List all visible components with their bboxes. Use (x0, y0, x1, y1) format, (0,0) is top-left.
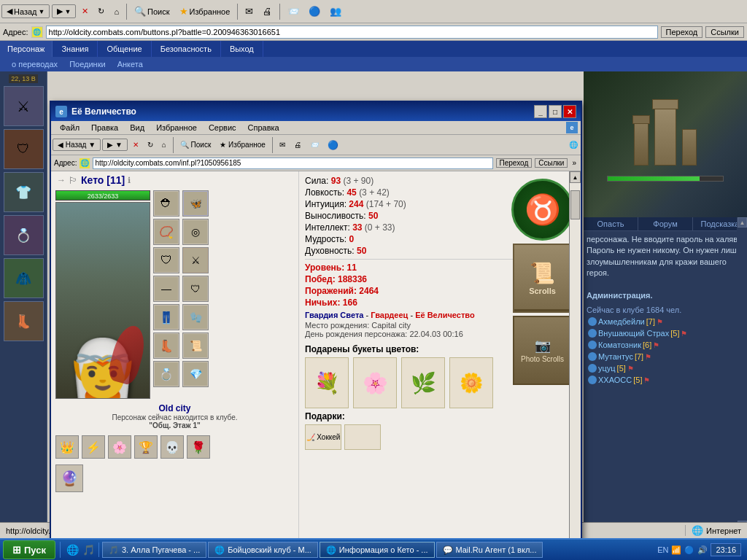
equip-necklace[interactable]: 📿 (153, 219, 179, 245)
inventory-ornament[interactable]: 🔮 (55, 464, 83, 492)
player-item-5[interactable]: уцуц [5] ⚑ (584, 362, 747, 374)
inner-address-input[interactable] (93, 158, 492, 169)
menu-view[interactable]: Вид (124, 122, 150, 133)
inner-stop-button[interactable]: ✕ (129, 139, 142, 151)
scrolls-badge[interactable]: 📜 Scrolls (513, 244, 573, 313)
taskbar-item-2[interactable]: 🌐 Бойцовский клуб - М... (208, 542, 318, 558)
player-item-4[interactable]: Мутантус [7] ⚑ (584, 351, 747, 362)
right-scroll-up[interactable]: ▲ (738, 217, 747, 228)
inner-extras-button[interactable]: 📨 (306, 139, 322, 151)
inner-refresh-button[interactable]: ↻ (144, 139, 157, 151)
inner-back-button[interactable]: ◀ Назад ▼ (53, 139, 101, 151)
taskbar-item-3[interactable]: 🌐 Информация о Кето - ... (320, 542, 435, 558)
right-nav-forum[interactable]: Форум (638, 217, 693, 230)
inner-fav-button[interactable]: ★ Избранное (216, 139, 268, 151)
inner-home-button[interactable]: ⌂ (158, 139, 170, 151)
equip-head[interactable]: ⛑ (153, 190, 179, 217)
ach-6[interactable]: 🌹 (187, 435, 210, 459)
inner-bluetooth-button[interactable]: 🔵 (324, 138, 342, 152)
sidebar-item-5[interactable]: 🧥 (4, 258, 44, 298)
equip-boots[interactable]: 👢 (153, 332, 179, 359)
sidebar-item-4[interactable]: 💍 (4, 215, 44, 255)
flower-yellow[interactable]: 🌼 (449, 357, 493, 408)
inner-go-button[interactable]: Переход (496, 158, 533, 168)
portrait-image[interactable]: 🧝 (55, 202, 150, 399)
menu-edit[interactable]: Правка (85, 122, 124, 133)
messenger-button[interactable]: 📨 (284, 4, 303, 19)
sub-tab-anketa[interactable]: Анкета (112, 60, 149, 69)
menu-file[interactable]: Файл (54, 122, 85, 133)
links-button[interactable]: Ссылки (705, 26, 744, 38)
inner-forward-button[interactable]: ▶ ▼ (102, 139, 128, 151)
bull-emblem[interactable]: ♉ (511, 179, 573, 241)
forward-button[interactable]: ▶ ▼ (52, 4, 76, 18)
photo-scrolls-badge[interactable]: 📷 Photo Scrolls (513, 316, 573, 385)
bluetooth-button[interactable]: 🔵 (305, 4, 324, 19)
player-item-1[interactable]: Ахмедбейли [7] ⚑ (584, 316, 747, 327)
flower-blue[interactable]: 🌸 (353, 357, 397, 408)
address-input[interactable] (46, 26, 658, 39)
ql-ie[interactable]: 🌐 (65, 542, 80, 557)
taskbar-item-4[interactable]: 💬 Mail.Ru Агент (1 вкл... (436, 542, 543, 558)
home-button[interactable]: ⌂ (110, 5, 123, 18)
right-nav-danger[interactable]: Опасть (584, 217, 638, 230)
close-button[interactable]: ✕ (563, 105, 576, 118)
go-button[interactable]: Переход (661, 26, 703, 38)
equip-extra1[interactable]: 📜 (182, 332, 209, 359)
taskbar-item-1[interactable]: 🎵 3. Алла Пугачева - ... (102, 542, 206, 558)
stop-button[interactable]: ✕ (78, 4, 92, 18)
ql-music[interactable]: 🎵 (81, 542, 96, 557)
tab-obshenie[interactable]: Общение (98, 41, 151, 57)
refresh-button[interactable]: ↻ (94, 4, 108, 18)
menu-tools[interactable]: Сервис (203, 122, 242, 133)
equip-shield[interactable]: 🛡 (182, 276, 209, 302)
inner-search-button[interactable]: 🔍 Поиск (177, 139, 215, 151)
player-item-2[interactable]: Внушающий Страх [5] ⚑ (584, 327, 747, 339)
inner-links-button[interactable]: Ссылки (535, 158, 568, 168)
sidebar-item-1[interactable]: ⚔ (4, 86, 44, 126)
tab-bezopasnost[interactable]: Безопасность (152, 41, 221, 57)
equip-ring[interactable]: 💍 (153, 361, 179, 387)
equip-earrings[interactable]: ◎ (182, 219, 209, 245)
right-scrollbar[interactable]: ▲ ▼ (737, 217, 747, 531)
tab-personazh[interactable]: Персонаж (0, 41, 53, 57)
player-item-3[interactable]: Коматозник [6] ⚑ (584, 339, 747, 351)
back-button[interactable]: ◀ Назад ▼ (1, 4, 50, 18)
flower-purple[interactable]: 💐 (305, 357, 349, 408)
start-button[interactable]: ⊞ Пуск (3, 540, 55, 559)
print-button[interactable]: 🖨 (259, 4, 276, 19)
tab-vihod[interactable]: Выход (221, 41, 263, 57)
player-item-6[interactable]: ХХАОСС [5] ⚑ (584, 374, 747, 386)
tab-znania[interactable]: Знания (53, 41, 98, 57)
extra-button[interactable]: 👥 (326, 4, 345, 19)
search-button[interactable]: 🔍 Поиск (131, 4, 173, 19)
scroll-up-button[interactable]: ▲ (570, 171, 581, 183)
gift-2[interactable] (344, 424, 381, 450)
menu-help[interactable]: Справка (242, 122, 285, 133)
favorites-button[interactable]: ★ Избранное (176, 4, 234, 19)
flower-white[interactable]: 🌿 (401, 357, 445, 408)
equip-gloves[interactable]: 🧤 (182, 304, 209, 330)
ach-5[interactable]: 💀 (160, 435, 184, 459)
char-info-icon[interactable]: ℹ (128, 176, 131, 185)
equip-weapon[interactable]: ⚔ (182, 247, 209, 273)
mail-button[interactable]: ✉ (241, 4, 257, 19)
equip-extra2[interactable]: 💎 (182, 361, 209, 387)
minimize-button[interactable]: _ (534, 105, 547, 118)
lang-indicator[interactable]: EN (657, 545, 668, 554)
ach-2[interactable]: ⚡ (82, 435, 105, 459)
ach-4[interactable]: 🏆 (134, 435, 158, 459)
scroll-thumb[interactable] (570, 190, 580, 219)
equip-legs[interactable]: 👖 (153, 304, 179, 330)
sub-tab-poedinki[interactable]: Поединки (63, 60, 112, 69)
ach-1[interactable]: 👑 (55, 435, 79, 459)
equip-belt[interactable]: — (153, 276, 179, 302)
maximize-button[interactable]: □ (549, 105, 562, 118)
equip-wings[interactable]: 🦋 (182, 190, 209, 217)
ach-3[interactable]: 🌸 (108, 435, 131, 459)
sidebar-item-3[interactable]: 👕 (4, 172, 44, 212)
inner-scrollbar[interactable]: ▲ ▼ (569, 171, 581, 560)
sub-tab-perevods[interactable]: о переводах (6, 60, 63, 69)
equip-chest[interactable]: 🛡 (153, 247, 179, 273)
inner-mail-button[interactable]: ✉ (276, 139, 289, 151)
